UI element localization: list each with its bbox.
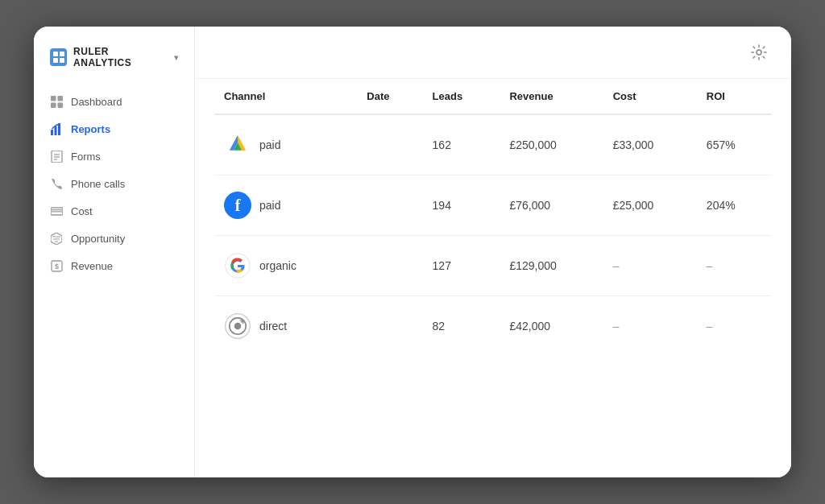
svg-rect-9 [54, 126, 56, 135]
cell-revenue-0: £250,000 [500, 114, 603, 176]
cell-leads-0: 162 [423, 114, 500, 176]
cell-date-1 [357, 176, 422, 236]
facebook-logo-icon: f [224, 192, 251, 219]
brand-header[interactable]: RULER ANALYTICS ▾ [34, 46, 194, 88]
sidebar-item-opportunity-label: Opportunity [71, 233, 125, 245]
brand-name: RULER ANALYTICS [73, 46, 165, 68]
cell-roi-0: 657% [697, 114, 772, 176]
svg-rect-2 [53, 58, 58, 63]
svg-rect-7 [57, 102, 63, 108]
svg-rect-6 [51, 102, 56, 108]
sidebar-item-cost[interactable]: Cost [34, 197, 194, 225]
cell-channel-0: paid [214, 114, 357, 176]
sidebar-item-phone-calls[interactable]: Phone calls [34, 170, 194, 197]
cell-date-2 [357, 236, 422, 296]
brand-icon [50, 48, 67, 66]
sidebar-item-dashboard-label: Dashboard [71, 96, 122, 108]
svg-rect-0 [53, 52, 58, 56]
svg-rect-5 [57, 96, 63, 101]
channel-type-label-3: direct [259, 320, 287, 333]
brand-chevron: ▾ [174, 53, 179, 62]
table-header-row: Channel Date Leads Revenue Cost ROI [214, 79, 772, 114]
sidebar-item-reports-label: Reports [71, 123, 110, 135]
cell-roi-2: – [697, 236, 772, 296]
topbar [195, 27, 791, 79]
channel-cell-1: f paid [224, 192, 347, 219]
table-container: Channel Date Leads Revenue Cost ROI [195, 79, 791, 477]
sidebar-item-dashboard[interactable]: Dashboard [34, 88, 194, 115]
cell-cost-3: – [603, 296, 697, 357]
sidebar-item-forms[interactable]: Forms [34, 143, 194, 170]
channel-logo-google-ads [224, 131, 251, 159]
col-header-cost: Cost [603, 79, 697, 114]
cell-cost-1: £25,000 [603, 176, 697, 236]
col-header-roi: ROI [697, 79, 772, 114]
channel-type-label-0: paid [259, 138, 280, 151]
cell-revenue-3: £42,000 [500, 296, 603, 357]
cell-channel-1: f paid [214, 176, 357, 236]
svg-rect-8 [51, 130, 53, 135]
cell-leads-1: 194 [423, 176, 500, 236]
channel-cell-2: organic [224, 252, 347, 279]
dashboard-icon [50, 95, 63, 108]
cell-channel-3: direct [214, 296, 357, 357]
table-row: direct 82 £42,000 – – [214, 296, 772, 357]
svg-point-31 [234, 323, 242, 330]
table-row: paid 162 £250,000 £33,000 657% [214, 114, 772, 176]
sidebar-item-cost-label: Cost [71, 205, 93, 217]
svg-rect-3 [60, 58, 64, 63]
cell-date-0 [357, 114, 422, 176]
channel-cell-0: paid [224, 131, 347, 159]
revenue-icon: $ [50, 259, 63, 272]
channel-type-label-1: paid [259, 199, 280, 212]
sidebar-item-revenue-label: Revenue [71, 260, 113, 272]
cell-cost-2: – [603, 236, 697, 296]
cell-cost-0: £33,000 [603, 114, 697, 176]
cell-roi-3: – [697, 296, 772, 357]
col-header-leads: Leads [423, 79, 500, 114]
cell-roi-1: 204% [697, 176, 772, 236]
main-content: Channel Date Leads Revenue Cost ROI [195, 27, 791, 477]
svg-text:$: $ [54, 262, 58, 271]
cell-leads-2: 127 [423, 236, 500, 296]
cell-date-3 [357, 296, 422, 357]
forms-icon [50, 150, 63, 163]
sidebar: RULER ANALYTICS ▾ Dashboard [34, 27, 195, 477]
table-row: f paid 194 £76,000 £25,000 204% [214, 176, 772, 236]
phone-icon [50, 177, 63, 190]
opportunity-icon [50, 232, 63, 245]
channel-logo-facebook: f [224, 192, 251, 219]
col-header-revenue: Revenue [500, 79, 603, 114]
channel-cell-3: direct [224, 312, 347, 340]
table-row: organic 127 £129,000 – – [214, 236, 772, 296]
channel-logo-google [224, 252, 251, 279]
sidebar-item-opportunity[interactable]: Opportunity [34, 225, 194, 252]
reports-icon [50, 122, 63, 135]
svg-rect-4 [51, 96, 56, 101]
col-header-channel: Channel [214, 79, 357, 114]
settings-button[interactable] [746, 39, 772, 65]
col-header-date: Date [357, 79, 422, 114]
cost-icon [50, 204, 63, 217]
svg-point-25 [757, 50, 761, 55]
cell-revenue-2: £129,000 [500, 236, 603, 296]
channel-logo-direct [224, 312, 251, 340]
cell-leads-3: 82 [423, 296, 500, 357]
sidebar-item-reports[interactable]: Reports [34, 115, 194, 143]
cell-revenue-1: £76,000 [500, 176, 603, 236]
data-table: Channel Date Leads Revenue Cost ROI [214, 79, 772, 356]
sidebar-item-phone-calls-label: Phone calls [71, 178, 125, 190]
cell-channel-2: organic [214, 236, 357, 296]
sidebar-item-forms-label: Forms [71, 151, 101, 163]
sidebar-item-revenue[interactable]: $ Revenue [34, 252, 194, 279]
app-window: RULER ANALYTICS ▾ Dashboard [34, 27, 791, 477]
channel-type-label-2: organic [259, 259, 296, 272]
svg-rect-1 [60, 52, 64, 56]
